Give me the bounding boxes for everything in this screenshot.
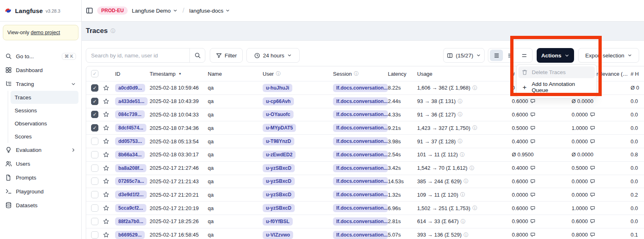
row-checkbox[interactable] [86,164,103,172]
trace-id-badge[interactable]: 8b66a34... [115,151,145,159]
trace-id-badge[interactable]: 8dcf4574... [115,124,146,132]
session-badge[interactable]: lf.docs.conversation... [333,84,388,92]
trace-id-badge[interactable]: ba8a208f... [115,164,146,172]
row-checkbox[interactable] [86,218,103,225]
session-badge[interactable]: lf.docs.conversation... [333,164,388,172]
sidebar-item-scores[interactable]: Scores [11,130,78,143]
user-badge[interactable]: u-OYauofc [263,110,294,118]
export-selection-button[interactable]: Export selection [578,48,639,63]
session-badge[interactable]: lf.docs.conversation... [333,191,388,199]
user-badge[interactable]: u-zEwdED2 [263,151,296,159]
row-checkbox[interactable] [86,191,103,198]
trace-id-badge[interactable]: a0cd0d9... [115,84,145,92]
project-selector[interactable]: langfuse-docs [189,8,230,14]
search-input[interactable] [86,48,189,62]
row-checkbox[interactable] [86,84,103,92]
session-badge[interactable]: lf.docs.conversation... [333,231,388,239]
row-height-small-button[interactable] [490,50,503,61]
row-checkbox[interactable] [86,178,103,185]
sidebar-toggle-icon[interactable] [86,7,93,14]
score-2-cell: 1.0000 [572,205,596,211]
row-height-medium-button[interactable] [504,50,517,61]
trace-id-badge[interactable]: a433de51... [115,97,148,105]
row-checkbox[interactable] [86,138,103,145]
user-badge[interactable]: u-f0YfBSL [263,217,293,226]
time-range-button[interactable]: 24 hours [246,48,300,63]
user-badge[interactable]: u-yzSBxcD [263,191,295,199]
user-badge[interactable]: u-yzSBxcD [263,164,295,172]
org-selector[interactable]: Langfuse Demo [132,8,177,14]
row-star[interactable] [103,125,115,131]
trace-id-badge[interactable]: 5cca9cf2... [115,204,146,212]
row-star[interactable] [103,205,115,211]
trace-id-badge[interactable]: dd05753... [115,137,145,145]
demo-project-link[interactable]: demo project [30,30,60,35]
row-checkbox[interactable] [86,98,103,105]
sidebar-item-dashboard[interactable]: Dashboard [3,63,78,77]
session-badge[interactable]: lf.docs.conversation... [333,151,388,159]
header-usage[interactable]: Usage [417,71,512,77]
row-star[interactable] [103,218,115,225]
row-height-large-button[interactable] [518,50,531,61]
session-badge[interactable]: lf.docs.conversation... [333,177,388,185]
header-latency[interactable]: Latency [388,71,417,77]
user-badge[interactable]: u-MYpDAT5 [263,124,296,132]
sidebar-item-sessions[interactable]: Sessions [11,104,78,117]
row-star[interactable] [103,232,115,238]
sidebar-item-tracing[interactable]: Tracing [3,77,78,91]
column-visibility-button[interactable]: (15/27) [443,48,485,63]
trace-id-badge[interactable]: d3e9d1f2... [115,191,147,199]
user-badge[interactable]: u-yzSBxcD [263,204,295,212]
search-submit-button[interactable] [189,48,205,62]
menu-item-add-to-annotation-queue[interactable]: + Add to Annotation Queue [518,78,595,96]
user-badge[interactable]: u-VlZzvwo [263,231,293,239]
session-badge[interactable]: lf.docs.conversation... [333,137,388,145]
actions-button[interactable]: Actions [537,48,574,63]
session-badge[interactable]: lf.docs.conversation... [333,110,388,118]
header-score-relevance[interactable]: relevance (… [596,71,631,77]
row-star[interactable] [103,151,115,158]
trace-id-badge[interactable]: b669529... [115,231,145,239]
row-checkbox[interactable] [86,111,103,118]
row-star[interactable] [103,85,115,91]
sidebar-item-users[interactable]: Users [3,157,78,171]
sidebar-item-observations[interactable]: Observations [11,117,78,130]
header-timestamp[interactable]: Timestamp▼ [150,71,208,77]
sidebar-item-traces[interactable]: Traces [11,91,78,104]
filter-button[interactable]: Filter [210,48,243,63]
row-star[interactable] [103,111,115,118]
latency-cell: 3.42s [388,165,417,171]
header-id[interactable]: ID [115,71,150,77]
header-name[interactable]: Name [208,71,263,77]
session-badge[interactable]: lf.docs.conversation... [333,204,388,212]
session-badge[interactable]: lf.docs.conversation... [333,97,388,105]
user-badge[interactable]: u-huJhuJi [263,84,292,92]
row-checkbox[interactable] [86,151,103,158]
row-star[interactable] [103,178,115,184]
header-user[interactable]: Userⓘ [263,71,333,77]
sidebar-item-prompts[interactable]: Prompts [3,171,78,184]
session-badge[interactable]: lf.docs.conversation... [333,217,388,226]
session-badge[interactable]: lf.docs.conversation... [333,124,388,132]
header-score-4[interactable]: # H [631,71,644,77]
row-checkbox[interactable] [86,231,103,239]
row-star[interactable] [103,98,115,105]
row-checkbox[interactable] [86,124,103,132]
goto-button[interactable]: Go to... ⌘ K [3,49,78,63]
sidebar-item-evaluation[interactable]: Evaluation [3,143,78,157]
row-checkbox[interactable] [86,204,103,212]
row-star[interactable] [103,138,115,145]
row-star[interactable] [103,165,115,171]
header-session[interactable]: Sessionⓘ [333,71,388,77]
select-all-checkbox[interactable] [86,70,103,77]
user-badge[interactable]: u-T98YnzD [263,137,294,145]
trace-id-badge[interactable]: 88f2a7b0... [115,217,146,226]
menu-item-delete-traces[interactable]: Delete Traces [518,66,595,78]
sidebar-item-playground[interactable]: Playground [3,184,78,198]
trace-id-badge[interactable]: 084c739... [115,110,145,118]
row-star[interactable] [103,191,115,198]
sidebar-item-datasets[interactable]: Datasets [3,198,78,212]
user-badge[interactable]: u-cp66Avh [263,97,294,105]
trace-id-badge[interactable]: 07265c7a... [115,177,147,185]
user-badge[interactable]: u-yzSBxcD [263,177,295,185]
